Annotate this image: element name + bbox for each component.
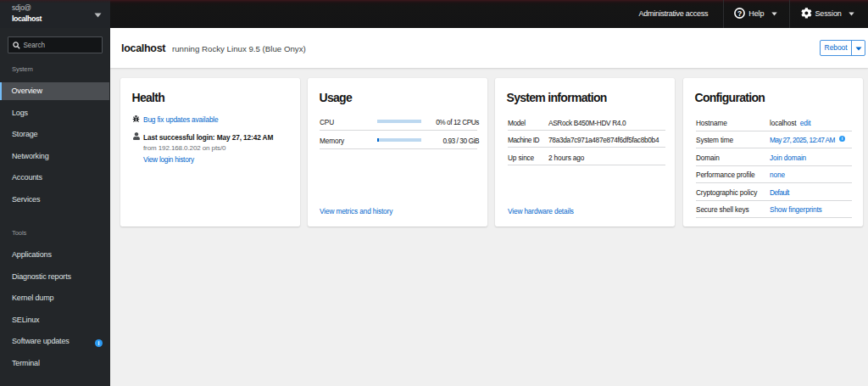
svg-text:i: i (98, 340, 100, 346)
svg-text:?: ? (737, 9, 742, 18)
